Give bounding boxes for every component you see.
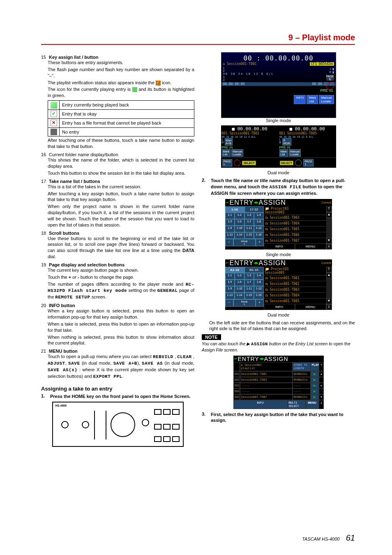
page-button[interactable]: PAGE 1 [222, 159, 233, 166]
entry-row[interactable]: 001Session001-T0010h00n22s▶▲ [233, 371, 324, 377]
key-assign-button[interactable]: 1-7 [244, 219, 254, 226]
project-path[interactable]: 📁 Project01 Session001 [264, 267, 326, 275]
key-assign-button[interactable]: 1-12 [254, 226, 264, 232]
key-assign-button[interactable]: 1-4 [254, 273, 264, 280]
key-assign-button[interactable]: 1-8 [254, 219, 264, 226]
key-assign-button[interactable]: 1-10 [235, 226, 244, 232]
key-assign-button[interactable]: 1-13 [225, 293, 235, 299]
manual-locate-button[interactable]: Manual Locate [289, 149, 301, 157]
key-assign-button[interactable]: 1-12 [254, 286, 264, 293]
take-row[interactable]: 🗀Session001-T005 [264, 226, 326, 232]
scroll-up-icon[interactable]: ▲ [326, 273, 332, 278]
page-minus-button[interactable]: − [225, 239, 233, 246]
jog-icon[interactable] [326, 82, 334, 90]
para: Touch the + or - button to change the pa… [48, 274, 194, 280]
take-row[interactable]: 🗀Session001-T005 [264, 298, 326, 304]
key-assign-button[interactable]: 1-1 [225, 213, 235, 219]
info-button[interactable]: INFO [294, 95, 306, 104]
key-assign-button[interactable]: 1-14 [235, 232, 244, 239]
take-row[interactable]: 🗀Session001-T003 [264, 287, 326, 292]
take-row[interactable]: 🗀Session001-T007 [264, 238, 326, 243]
key-assign-button[interactable]: 1-6 [235, 219, 244, 226]
info-button[interactable]: INFO [233, 400, 288, 409]
key-assign-button[interactable]: 1-9 [225, 286, 235, 293]
key-assign-button[interactable]: 1-11 [244, 226, 254, 232]
key-assign-button[interactable]: 1-5 [225, 219, 235, 226]
scroll-down-icon[interactable]: ▼ [326, 238, 332, 244]
take-row[interactable]: 🗀Session001-T003 [264, 215, 326, 220]
menu-button[interactable]: MENU [295, 243, 326, 250]
page-plus-button[interactable]: + [256, 239, 264, 246]
project-path[interactable]: 📁 Project01 Session001 [264, 206, 326, 215]
key-assign-button[interactable]: 1-11 [244, 286, 254, 293]
key-assign-button[interactable]: 1-15 [244, 293, 254, 299]
scroll-top-icon[interactable]: ⤒ [326, 267, 332, 273]
key-assign-button[interactable]: 1-9 [225, 226, 235, 232]
key-assign-button[interactable]: 1-14 [235, 293, 244, 299]
scroll-top-icon[interactable]: ⤒ [326, 206, 332, 212]
manual-locate-button[interactable]: Manual Locate [231, 149, 243, 157]
entry-row[interactable]: 004---------▶ [233, 388, 324, 394]
key-assign-button[interactable]: 1-7 [244, 280, 254, 286]
scroll-top-icon[interactable]: ⤒ [319, 362, 324, 371]
current-label: Current [321, 201, 332, 204]
mark-list-button[interactable]: Mark List [222, 149, 231, 157]
key-assign-button[interactable]: 1-2 [235, 213, 244, 219]
jog-icon[interactable] [234, 160, 240, 166]
para: When nothing is selected, press this but… [48, 334, 194, 347]
take-row[interactable]: 🗀Session001-T002 [264, 281, 326, 287]
key-assign-button[interactable]: 1-13 [225, 232, 235, 239]
info-button[interactable]: INFO [264, 304, 295, 310]
take-row[interactable]: 🗀Session001-T001 [264, 275, 326, 281]
scrollbar[interactable]: ⤒ ▲ ▼ ⤓ [326, 267, 332, 310]
take-row[interactable]: 🗀Session001-T004 [264, 220, 326, 226]
entry-row[interactable]: 005Session001-T0070h00n12s▶▼ [233, 394, 324, 400]
select-button[interactable]: SELECT [242, 161, 256, 165]
jog-icon[interactable] [295, 160, 302, 166]
scroll-up-icon[interactable]: ▲ [326, 212, 332, 218]
menu-button[interactable]: MENU [306, 400, 319, 409]
mon-button[interactable]: Mon A+B [225, 138, 233, 146]
manual-locate-button[interactable]: Manual Locate [319, 95, 334, 104]
key-assign-button[interactable]: 1-10 [235, 286, 244, 293]
menu-button[interactable]: MENU [295, 304, 326, 310]
key-assign-button[interactable]: 1-15 [244, 232, 254, 239]
key-assign-button[interactable]: 1-16 [254, 232, 264, 239]
page-plus-button[interactable]: + [256, 299, 264, 307]
key-assign-button[interactable]: 1-6 [235, 280, 244, 286]
button-icon [163, 436, 171, 442]
back-icon[interactable]: ↩ [225, 200, 230, 205]
key-assign-button[interactable]: 1-4 [254, 213, 264, 219]
key-assign-button[interactable]: 1-5 [225, 280, 235, 286]
take-row[interactable]: 🗀Session001-T004 [264, 292, 326, 298]
tab-1-16[interactable]: 1-16 [225, 206, 244, 213]
back-icon[interactable]: ↩ [233, 356, 238, 361]
info-button[interactable]: INFO [264, 243, 295, 250]
scroll-bottom-icon[interactable]: ⤓ [326, 244, 332, 250]
page-button[interactable]: PAGE 1 [303, 159, 314, 166]
multi-select-button[interactable]: MULTI SELECT [288, 400, 306, 409]
scroll-down-icon[interactable]: ▼ [326, 298, 332, 304]
scroll-bottom-icon[interactable]: ⤓ [319, 400, 324, 409]
page-minus-button[interactable]: − [225, 299, 233, 307]
tab-a1-16[interactable]: A1-16 [225, 267, 244, 273]
tab-b1-16[interactable]: B1-16 [244, 267, 264, 273]
key-assign-button[interactable]: 1-3 [244, 213, 254, 219]
key-assign-button[interactable]: 1-1 [225, 273, 235, 280]
key-assign-button[interactable]: 1-3 [244, 273, 254, 280]
assign-screen-single: ↩ ENTRY ◀▶ ASSIGN Current 1-16 17-32 1-1… [225, 199, 332, 250]
take-row[interactable]: 🗀Session001-T006 [264, 232, 326, 238]
scroll-bottom-icon[interactable]: ⤓ [326, 304, 332, 310]
back-icon[interactable]: ↩ [225, 260, 230, 266]
key-assign-button[interactable]: 1-2 [235, 273, 244, 280]
tab-17-32[interactable]: 17-32 [244, 206, 264, 213]
mark-list-button[interactable]: Mark List [279, 149, 288, 157]
key-assign-button[interactable]: 1-16 [254, 293, 264, 299]
key-assign-button[interactable]: 1-8 [254, 280, 264, 286]
select-button[interactable]: SELECT [280, 161, 294, 165]
scrollbar[interactable]: ⤒ ▲ ▼ ⤓ [326, 206, 332, 250]
rmon-button[interactable]: R MON [282, 138, 291, 146]
entry-row[interactable]: 003---------▶● [233, 383, 324, 388]
entry-row[interactable]: 002Session001-T0020h00n21s▶ [233, 377, 324, 383]
mark-list-button[interactable]: Mark List [307, 95, 318, 104]
